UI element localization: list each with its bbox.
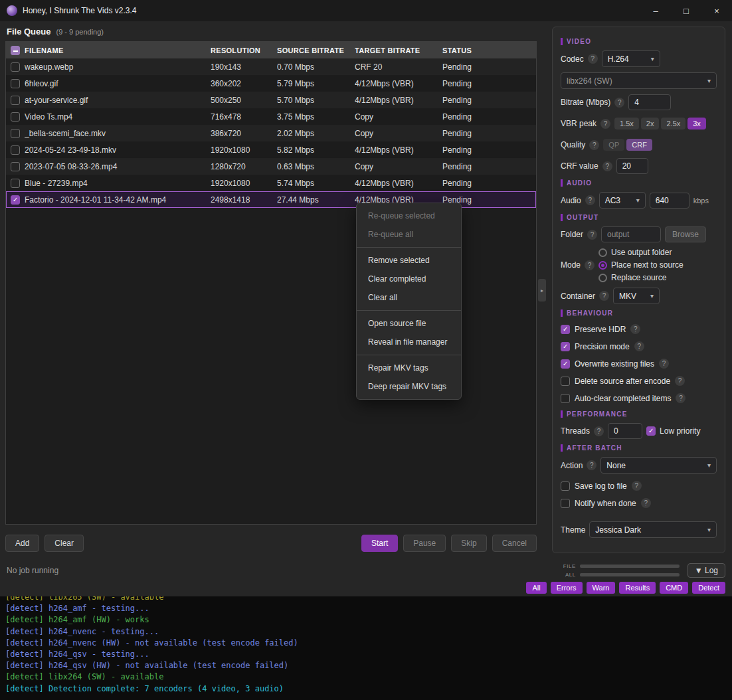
behaviour-option-checkbox[interactable] xyxy=(561,377,570,386)
mode-help-icon[interactable] xyxy=(585,260,595,270)
audio-bitrate-input[interactable] xyxy=(650,193,689,209)
vbr-option[interactable]: 2x xyxy=(641,118,660,130)
table-row[interactable]: wakeup.webp190x1430.70 MbpsCRF 20Pending xyxy=(6,58,536,75)
help-icon[interactable] xyxy=(676,393,686,403)
theme-select[interactable]: Jessica Dark xyxy=(589,521,717,538)
browse-button[interactable]: Browse xyxy=(665,226,706,242)
skip-button[interactable]: Skip xyxy=(451,535,486,552)
section-behaviour: BEHAVIOUR xyxy=(561,309,717,317)
quality-help-icon[interactable] xyxy=(589,140,599,150)
vbr-peak-help-icon[interactable] xyxy=(600,119,610,129)
help-icon[interactable] xyxy=(630,324,640,334)
menu-item[interactable]: Open source file xyxy=(357,314,461,333)
table-row[interactable]: at-your-service.gif500x2505.70 Mbps4/12M… xyxy=(6,92,536,108)
codec-select[interactable]: H.264 xyxy=(602,50,660,67)
bitrate-input[interactable] xyxy=(628,94,671,110)
row-checkbox-cell xyxy=(6,112,25,122)
after-batch-option-checkbox[interactable] xyxy=(561,481,570,491)
table-row[interactable]: Blue - 27239.mp41920x10805.74 Mbps4/12Mb… xyxy=(6,175,536,191)
row-checkbox[interactable] xyxy=(11,195,20,205)
crf-input[interactable] xyxy=(616,158,648,174)
menu-item[interactable]: Clear completed xyxy=(357,270,461,288)
menu-item[interactable]: Clear all xyxy=(357,288,461,307)
action-label: Action xyxy=(561,461,583,470)
quality-option[interactable]: CRF xyxy=(626,139,652,151)
behaviour-option-checkbox[interactable] xyxy=(561,359,570,369)
clear-button[interactable]: Clear xyxy=(45,535,84,552)
row-checkbox[interactable] xyxy=(11,179,20,188)
table-row[interactable]: 2024-05-24 23-49-18.mkv1920x10805.82 Mbp… xyxy=(6,141,536,158)
log-filter-cmd[interactable]: CMD xyxy=(660,582,688,594)
vbr-option[interactable]: 1.5x xyxy=(614,118,639,130)
container-help-icon[interactable] xyxy=(599,291,609,301)
start-button[interactable]: Start xyxy=(361,535,398,552)
help-icon[interactable] xyxy=(659,359,669,369)
low-priority-checkbox[interactable] xyxy=(646,426,656,436)
row-checkbox[interactable] xyxy=(11,112,20,122)
help-icon[interactable] xyxy=(634,341,644,351)
select-all-checkbox[interactable] xyxy=(11,46,20,55)
vbr-option[interactable]: 2.5x xyxy=(661,118,686,130)
log-filter-results[interactable]: Results xyxy=(619,582,656,594)
behaviour-option-checkbox[interactable] xyxy=(561,342,570,351)
encoder-select[interactable]: libx264 (SW) xyxy=(561,72,717,89)
audio-codec-select[interactable]: AC3 xyxy=(599,192,646,209)
row-checkbox[interactable] xyxy=(11,62,20,72)
cell-source-bitrate: 0.63 Mbps xyxy=(277,162,355,171)
log-filter-errors[interactable]: Errors xyxy=(551,582,583,594)
menu-item[interactable]: Reveal in file manager xyxy=(357,333,461,351)
add-button[interactable]: Add xyxy=(5,535,39,552)
row-checkbox[interactable] xyxy=(11,96,20,105)
threads-input[interactable] xyxy=(608,423,642,439)
after-batch-option-checkbox[interactable] xyxy=(561,499,570,508)
maximize-button[interactable]: □ xyxy=(671,0,701,21)
menu-item[interactable]: Repair MKV tags xyxy=(357,359,461,377)
cell-resolution: 190x143 xyxy=(211,62,277,72)
pause-button[interactable]: Pause xyxy=(403,535,446,552)
mode-option[interactable]: Replace source xyxy=(598,273,684,282)
table-row[interactable]: Video Ts.mp4716x4783.75 MbpsCopyPending xyxy=(6,108,536,125)
behaviour-option-checkbox[interactable] xyxy=(561,325,570,334)
help-icon[interactable] xyxy=(641,498,651,508)
mode-option[interactable]: Place next to source xyxy=(598,260,684,270)
table-row[interactable]: 6hleov.gif360x2025.79 Mbps4/12Mbps (VBR)… xyxy=(6,75,536,92)
section-audio: AUDIO xyxy=(561,179,717,187)
action-help-icon[interactable] xyxy=(587,460,596,470)
quality-option[interactable]: QP xyxy=(603,139,624,151)
menu-item[interactable]: Deep repair MKV tags xyxy=(357,377,461,396)
threads-help-icon[interactable] xyxy=(594,426,604,436)
log-toggle-button[interactable]: ▼ Log xyxy=(687,563,725,578)
codec-help-icon[interactable] xyxy=(588,54,598,64)
folder-help-icon[interactable] xyxy=(587,230,597,240)
row-checkbox[interactable] xyxy=(11,79,20,88)
panel-collapse-handle[interactable] xyxy=(538,279,546,302)
cell-target-bitrate: 4/12Mbps (VBR) xyxy=(355,96,442,105)
output-folder-input[interactable] xyxy=(601,226,661,242)
behaviour-option-checkbox[interactable] xyxy=(561,394,570,403)
cell-target-bitrate: Copy xyxy=(355,112,442,122)
container-select[interactable]: MKV xyxy=(613,288,660,304)
bitrate-help-icon[interactable] xyxy=(614,98,624,108)
log-filter-detect[interactable]: Detect xyxy=(692,582,725,594)
help-icon[interactable] xyxy=(632,481,642,491)
row-checkbox[interactable] xyxy=(11,145,20,155)
menu-item[interactable]: Remove selected xyxy=(357,251,461,270)
row-checkbox[interactable] xyxy=(11,162,20,171)
audio-help-icon[interactable] xyxy=(585,195,595,205)
mode-option[interactable]: Use output folder xyxy=(598,248,684,257)
theme-select-value: Jessica Dark xyxy=(595,525,641,535)
log-filter-all[interactable]: All xyxy=(526,582,546,594)
radio-icon xyxy=(598,261,607,270)
table-row[interactable]: _bella-scemi_face.mkv386x7202.02 MbpsCop… xyxy=(6,125,536,141)
help-icon[interactable] xyxy=(675,376,685,386)
close-button[interactable]: × xyxy=(701,0,732,21)
vbr-option[interactable]: 3x xyxy=(687,118,706,130)
table-row[interactable]: 2023-07-05 08-33-26.mp41280x7200.63 Mbps… xyxy=(6,158,536,175)
after-batch-action-select[interactable]: None xyxy=(600,457,717,474)
log-filter-warn[interactable]: Warn xyxy=(587,582,616,594)
crf-help-icon[interactable] xyxy=(602,161,612,171)
row-checkbox[interactable] xyxy=(11,129,20,138)
mode-option-label: Use output folder xyxy=(611,248,672,257)
cancel-button[interactable]: Cancel xyxy=(492,535,537,552)
minimize-button[interactable]: – xyxy=(640,0,671,21)
